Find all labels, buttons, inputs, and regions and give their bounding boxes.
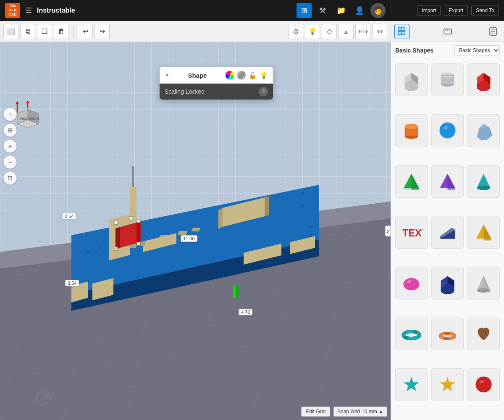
duplicate-button[interactable]: ❑ xyxy=(37,24,52,39)
svg-marker-101 xyxy=(447,174,455,190)
delete-button[interactable]: 🗑 xyxy=(54,24,69,39)
shape-grid: TEXT xyxy=(391,59,504,420)
svg-marker-123 xyxy=(440,377,455,391)
shape-cone-gray[interactable] xyxy=(467,267,500,299)
shape-torus-teal[interactable] xyxy=(395,318,428,350)
shape-ovoid-pink[interactable] xyxy=(395,267,428,299)
grid-view-icon[interactable]: ⊞ xyxy=(297,3,312,18)
toolbar-left: ⬜ ⧉ ❑ 🗑 ↩ ↪ ⊙ 💡 ◇ ⟁ ⟺ ⇔ xyxy=(0,21,391,42)
export-button[interactable]: Export xyxy=(444,5,468,16)
shape-star-yellow[interactable] xyxy=(431,368,464,401)
svg-rect-58 xyxy=(129,217,133,220)
redo-button[interactable]: ↪ xyxy=(94,24,110,39)
left-nav: FRONT RIGHT ⌂ ⊞ + − ⊡ xyxy=(3,67,37,185)
svg-rect-57 xyxy=(114,221,118,224)
svg-marker-122 xyxy=(404,377,419,391)
zoom-out-button[interactable]: − xyxy=(3,155,17,169)
svg-point-37 xyxy=(309,234,312,237)
shapes-dropdown[interactable]: Basic Shapes xyxy=(454,45,500,55)
svg-point-34 xyxy=(301,192,304,195)
svg-point-92 xyxy=(405,124,418,129)
shape-box-rounded[interactable] xyxy=(395,63,428,96)
svg-rect-0 xyxy=(398,28,401,31)
color-rainbow-button[interactable] xyxy=(225,71,234,80)
light-button[interactable]: 💡 xyxy=(305,24,320,39)
edit-grid-button[interactable]: Edit Grid xyxy=(301,407,330,417)
dimension-label-3: 11.00 xyxy=(181,235,197,242)
camera-button[interactable]: ⊙ xyxy=(288,24,303,39)
toolbar-right xyxy=(391,21,504,42)
status-bar: Edit Grid Snap Grid 10 mm ▲ xyxy=(301,407,387,417)
svg-rect-65 xyxy=(233,286,236,298)
mirror-button[interactable]: ⟁ xyxy=(339,24,354,39)
shape-panel-chevron[interactable]: ▼ xyxy=(165,72,170,78)
shape-box-navy[interactable] xyxy=(431,267,464,299)
scaling-locked-row: Scaling Locked ? xyxy=(160,84,273,100)
shape-pyramid-gold[interactable] xyxy=(467,216,500,249)
shapes-label: Basic Shapes xyxy=(395,47,433,54)
shape-pyramid-purple[interactable] xyxy=(431,165,464,198)
shape-star-teal[interactable] xyxy=(395,368,428,401)
shape-sphere-red[interactable] xyxy=(467,368,500,401)
avatar: 🧑 xyxy=(370,3,386,18)
shape-panel: ▼ Shape 🔓 💡 Scaling Locked ? xyxy=(160,67,273,100)
dimension-label-2: 2.54 xyxy=(65,280,79,286)
svg-point-103 xyxy=(477,186,490,190)
color-gray-button[interactable] xyxy=(237,71,246,80)
right-nav-grid-icon[interactable] xyxy=(394,24,410,39)
shape-wedge-navy[interactable] xyxy=(431,216,464,249)
shape-heart-brown[interactable] xyxy=(467,318,500,350)
lock-icon[interactable]: 🔓 xyxy=(249,71,257,79)
svg-text:RIGHT: RIGHT xyxy=(30,117,40,120)
shape-panel-header: ▼ Shape 🔓 💡 xyxy=(160,67,273,84)
svg-marker-99 xyxy=(404,174,419,190)
perspective-button[interactable]: ⊡ xyxy=(3,171,17,185)
import-button[interactable]: Import xyxy=(417,5,441,16)
svg-marker-55 xyxy=(116,227,120,249)
snap-grid-value[interactable]: 10 mm ▲ xyxy=(362,409,383,415)
shape-cone-teal[interactable] xyxy=(467,165,500,198)
dimension-label-1: 2.54 xyxy=(62,213,76,220)
svg-marker-109 xyxy=(483,225,491,241)
library-icon[interactable]: 📁 xyxy=(333,3,349,18)
bulb-icon[interactable]: 💡 xyxy=(260,71,268,79)
orientation-cube-svg: FRONT RIGHT xyxy=(11,101,45,134)
scaling-help-button[interactable]: ? xyxy=(259,87,268,96)
svg-rect-44 xyxy=(192,228,200,231)
polygon-button[interactable]: ◇ xyxy=(322,24,337,39)
menu-icon[interactable]: ☰ xyxy=(24,4,34,17)
shape-ring-orange[interactable] xyxy=(431,318,464,350)
right-panel-arrow[interactable]: › xyxy=(385,226,391,236)
shape-sphere-blue[interactable] xyxy=(431,114,464,147)
main-content: ⟳ xyxy=(0,42,504,420)
shape-cylinder-orange[interactable] xyxy=(395,114,428,147)
shape-cylinder-stripe[interactable] xyxy=(431,63,464,96)
svg-rect-2 xyxy=(398,32,401,34)
header-right: Import Export Send To xyxy=(391,0,504,21)
svg-rect-4 xyxy=(444,29,452,34)
canvas-area[interactable]: ⟳ xyxy=(0,42,391,420)
right-nav-note-icon[interactable] xyxy=(486,24,501,39)
snap-grid-label: Snap Grid xyxy=(337,409,360,415)
scaling-locked-label: Scaling Locked xyxy=(165,88,205,95)
svg-point-32 xyxy=(99,246,102,249)
app-logo: TINKERCAD xyxy=(5,3,20,18)
zoom-in-button[interactable]: + xyxy=(3,139,17,153)
copy-button[interactable]: ⧉ xyxy=(20,24,35,39)
align-button[interactable]: ⟺ xyxy=(355,24,370,39)
shape-text-red[interactable]: TEXT xyxy=(395,216,428,249)
send-to-button[interactable]: Send To xyxy=(471,5,499,16)
user-icon[interactable]: 👤 xyxy=(352,3,367,18)
undo-button[interactable]: ↩ xyxy=(78,24,93,39)
svg-point-93 xyxy=(439,123,455,139)
flip-button[interactable]: ⇔ xyxy=(372,24,387,39)
new-button[interactable]: ⬜ xyxy=(3,24,18,39)
build-icon[interactable]: ⚒ xyxy=(315,3,330,18)
shape-blob-gray[interactable] xyxy=(467,114,500,147)
shape-cube-red[interactable] xyxy=(467,63,500,96)
shape-pyramid-green[interactable] xyxy=(395,165,428,198)
toolbar: ⬜ ⧉ ❑ 🗑 ↩ ↪ ⊙ 💡 ◇ ⟁ ⟺ ⇔ xyxy=(0,21,504,42)
right-panel: Basic Shapes Basic Shapes xyxy=(391,42,504,420)
header: TINKERCAD ☰ Instructable ⊞ ⚒ 📁 👤 🧑 Impor… xyxy=(0,0,504,21)
right-nav-ruler-icon[interactable] xyxy=(440,24,455,39)
